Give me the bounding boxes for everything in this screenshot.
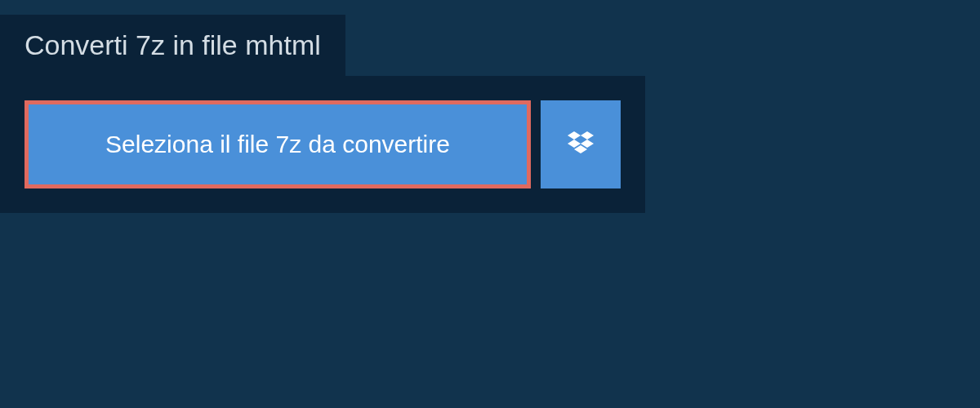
page-title: Converti 7z in file mhtml: [24, 29, 321, 61]
dropbox-icon: [564, 128, 597, 161]
select-file-button[interactable]: Seleziona il file 7z da convertire: [24, 100, 531, 188]
dropbox-button[interactable]: [541, 100, 621, 188]
header-tab: Converti 7z in file mhtml: [0, 15, 345, 76]
button-row: Seleziona il file 7z da convertire: [24, 100, 621, 188]
upload-panel: Seleziona il file 7z da convertire: [0, 76, 645, 213]
select-file-button-label: Seleziona il file 7z da convertire: [105, 131, 450, 157]
